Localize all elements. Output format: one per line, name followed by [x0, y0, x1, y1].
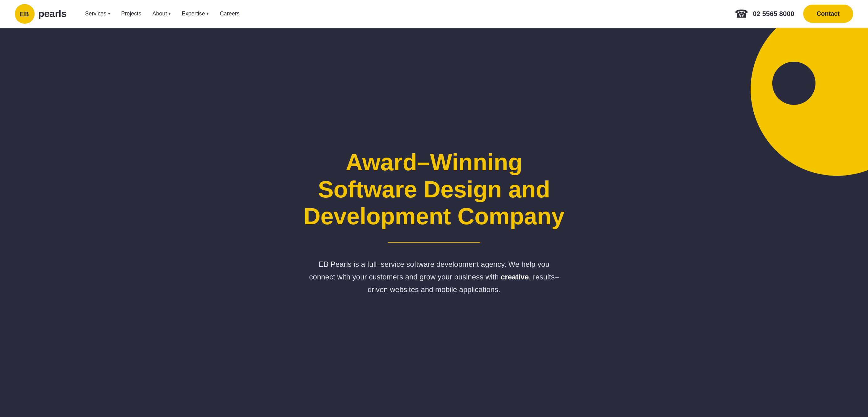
- nav-item-about[interactable]: About ▾: [152, 10, 170, 17]
- chevron-down-icon: ▾: [169, 12, 170, 16]
- chevron-down-icon: ▾: [207, 12, 209, 16]
- phone-icon: ☎: [735, 7, 748, 20]
- logo-svg: EB: [19, 8, 31, 20]
- logo-text: pearls: [38, 8, 66, 20]
- hero-section: Award–Winning Software Design and Develo…: [0, 28, 868, 417]
- hero-description: EB Pearls is a full–service software dev…: [307, 258, 561, 296]
- navbar-right: ☎ 02 5565 8000 Contact: [735, 5, 853, 23]
- phone-block: ☎ 02 5565 8000: [735, 7, 795, 20]
- contact-button[interactable]: Contact: [803, 5, 853, 23]
- nav-item-services[interactable]: Services ▾: [85, 10, 110, 17]
- nav-item-expertise[interactable]: Expertise ▾: [182, 10, 209, 17]
- nav-item-careers[interactable]: Careers: [220, 10, 239, 17]
- hero-title: Award–Winning Software Design and Develo…: [295, 149, 573, 230]
- logo-icon: EB: [15, 4, 35, 24]
- nav-item-projects[interactable]: Projects: [121, 10, 141, 17]
- hero-divider: [388, 242, 480, 243]
- logo-link[interactable]: EB pearls: [15, 4, 66, 24]
- deco-inner-circle: [772, 62, 815, 105]
- phone-number: 02 5565 8000: [753, 10, 795, 18]
- navbar: EB pearls Services ▾ Projects About: [0, 0, 868, 28]
- hero-content: Award–Winning Software Design and Develo…: [295, 149, 573, 296]
- svg-text:EB: EB: [20, 10, 29, 18]
- chevron-down-icon: ▾: [108, 12, 110, 16]
- navbar-left: EB pearls Services ▾ Projects About: [15, 4, 239, 24]
- hero-description-bold: creative: [501, 273, 529, 281]
- nav-menu: Services ▾ Projects About ▾ Expertise ▾: [85, 10, 239, 17]
